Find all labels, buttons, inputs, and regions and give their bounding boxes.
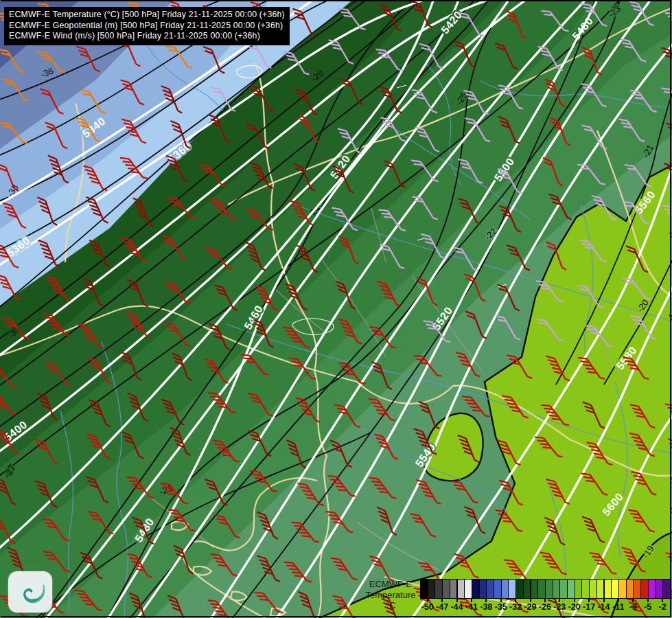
legend-model-name: ECMWF-E [362,579,419,590]
map-header: ECMWF-E Temperature (°C) [500 hPa] Frida… [4,7,290,45]
legend-tick-label: -2 [652,602,672,612]
site-logo[interactable] [8,571,52,613]
header-line-temperature: ECMWF-E Temperature (°C) [500 hPa] Frida… [9,10,285,21]
legend-parameter: Temperature [362,590,419,601]
legend-title: ECMWF-E Temperature °C [362,576,419,616]
spiral-logo-icon [8,571,52,613]
weather-map-page: -36-33-30-28-27-25-24-23-23-22-21-20-195… [0,0,672,618]
temperature-legend: ECMWF-E Temperature °C -50-47-44-41-38-3… [362,576,671,616]
legend-colorbar: -50-47-44-41-38-35-32-29-26-23-20-17-14-… [420,576,671,616]
header-line-geopotential: ECMWF-E Geopotential (m) [500 hPa] Frida… [9,21,285,32]
legend-unit: °C [362,600,419,611]
weather-map: -36-33-30-28-27-25-24-23-23-22-21-20-195… [0,0,672,618]
header-line-wind: ECMWF-E Wind (m/s) [500 hPa] Friday 21-1… [9,31,285,42]
legend-color-cell [662,579,671,599]
